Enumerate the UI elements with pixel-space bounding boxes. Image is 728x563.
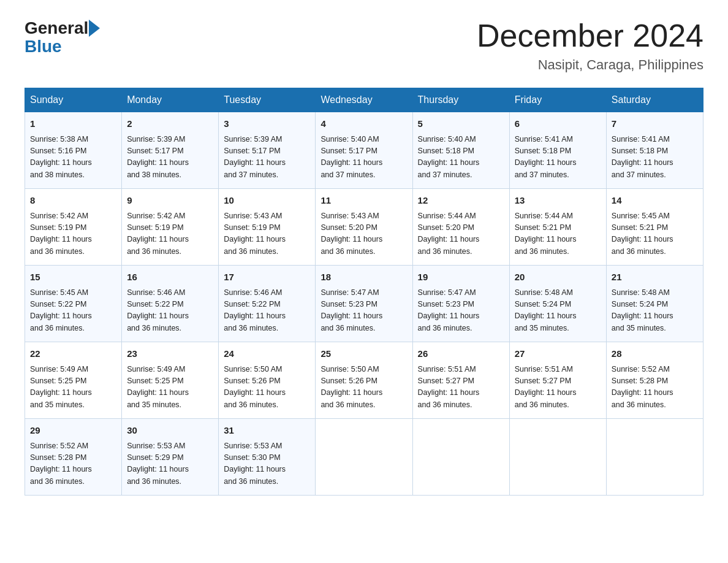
day-number: 15 <box>30 270 116 285</box>
day-number: 18 <box>320 270 407 285</box>
location-subtitle: Nasipit, Caraga, Philippines <box>477 57 703 73</box>
day-info: Sunrise: 5:48 AMSunset: 5:24 PMDaylight:… <box>515 287 601 335</box>
calendar-table: SundayMondayTuesdayWednesdayThursdayFrid… <box>25 88 703 496</box>
col-header-thursday: Thursday <box>412 88 509 112</box>
day-number: 26 <box>418 347 504 361</box>
day-info: Sunrise: 5:52 AMSunset: 5:28 PMDaylight:… <box>30 440 116 488</box>
calendar-cell: 13Sunrise: 5:44 AMSunset: 5:21 PMDayligh… <box>509 189 606 266</box>
col-header-monday: Monday <box>122 88 219 112</box>
day-number: 7 <box>612 117 698 131</box>
day-number: 17 <box>224 270 310 285</box>
day-info: Sunrise: 5:51 AMSunset: 5:27 PMDaylight:… <box>515 364 601 412</box>
col-header-sunday: Sunday <box>25 88 122 112</box>
calendar-cell: 3Sunrise: 5:39 AMSunset: 5:17 PMDaylight… <box>219 112 316 189</box>
day-number: 10 <box>224 194 310 208</box>
calendar-cell: 12Sunrise: 5:44 AMSunset: 5:20 PMDayligh… <box>412 189 509 266</box>
day-info: Sunrise: 5:46 AMSunset: 5:22 PMDaylight:… <box>127 287 213 335</box>
calendar-week-row: 22Sunrise: 5:49 AMSunset: 5:25 PMDayligh… <box>25 342 703 419</box>
calendar-cell: 22Sunrise: 5:49 AMSunset: 5:25 PMDayligh… <box>25 342 122 419</box>
day-info: Sunrise: 5:44 AMSunset: 5:20 PMDaylight:… <box>418 210 504 258</box>
calendar-cell: 25Sunrise: 5:50 AMSunset: 5:26 PMDayligh… <box>316 342 412 419</box>
month-title: December 2024 <box>477 18 703 53</box>
day-number: 9 <box>127 194 213 208</box>
calendar-cell: 14Sunrise: 5:45 AMSunset: 5:21 PMDayligh… <box>606 189 703 266</box>
day-info: Sunrise: 5:46 AMSunset: 5:22 PMDaylight:… <box>224 287 310 335</box>
day-info: Sunrise: 5:43 AMSunset: 5:20 PMDaylight:… <box>320 210 407 258</box>
calendar-cell <box>412 419 509 496</box>
calendar-week-row: 1Sunrise: 5:38 AMSunset: 5:16 PMDaylight… <box>25 112 703 189</box>
calendar-cell: 24Sunrise: 5:50 AMSunset: 5:26 PMDayligh… <box>219 342 316 419</box>
calendar-week-row: 29Sunrise: 5:52 AMSunset: 5:28 PMDayligh… <box>25 419 703 496</box>
calendar-week-row: 8Sunrise: 5:42 AMSunset: 5:19 PMDaylight… <box>25 189 703 266</box>
calendar-cell <box>509 419 606 496</box>
logo-line2: Blue <box>25 36 62 56</box>
calendar-cell: 7Sunrise: 5:41 AMSunset: 5:18 PMDaylight… <box>606 112 703 189</box>
day-info: Sunrise: 5:42 AMSunset: 5:19 PMDaylight:… <box>127 210 213 258</box>
calendar-cell: 26Sunrise: 5:51 AMSunset: 5:27 PMDayligh… <box>412 342 509 419</box>
page-header: General Blue December 2024 Nasipit, Cara… <box>25 18 703 73</box>
day-info: Sunrise: 5:53 AMSunset: 5:29 PMDaylight:… <box>127 440 213 488</box>
calendar-cell: 9Sunrise: 5:42 AMSunset: 5:19 PMDaylight… <box>122 189 219 266</box>
day-number: 16 <box>127 270 213 285</box>
day-info: Sunrise: 5:41 AMSunset: 5:18 PMDaylight:… <box>612 134 698 182</box>
day-info: Sunrise: 5:44 AMSunset: 5:21 PMDaylight:… <box>515 210 601 258</box>
day-number: 11 <box>320 194 407 208</box>
calendar-cell: 18Sunrise: 5:47 AMSunset: 5:23 PMDayligh… <box>316 266 412 342</box>
calendar-cell: 6Sunrise: 5:41 AMSunset: 5:18 PMDaylight… <box>509 112 606 189</box>
day-info: Sunrise: 5:47 AMSunset: 5:23 PMDaylight:… <box>320 287 407 335</box>
calendar-cell: 23Sunrise: 5:49 AMSunset: 5:25 PMDayligh… <box>122 342 219 419</box>
day-number: 30 <box>127 424 213 438</box>
col-header-tuesday: Tuesday <box>219 88 316 112</box>
day-number: 4 <box>320 117 407 131</box>
logo-arrow-icon <box>89 20 100 37</box>
day-number: 25 <box>320 347 407 361</box>
day-info: Sunrise: 5:40 AMSunset: 5:18 PMDaylight:… <box>418 134 504 182</box>
day-number: 21 <box>612 270 698 285</box>
day-number: 1 <box>30 117 116 131</box>
calendar-cell: 21Sunrise: 5:48 AMSunset: 5:24 PMDayligh… <box>606 266 703 342</box>
day-info: Sunrise: 5:45 AMSunset: 5:22 PMDaylight:… <box>30 287 116 335</box>
day-number: 28 <box>612 347 698 361</box>
calendar-cell <box>606 419 703 496</box>
day-info: Sunrise: 5:42 AMSunset: 5:19 PMDaylight:… <box>30 210 116 258</box>
day-info: Sunrise: 5:45 AMSunset: 5:21 PMDaylight:… <box>612 210 698 258</box>
day-number: 22 <box>30 347 116 361</box>
logo: General Blue <box>25 18 102 56</box>
day-number: 2 <box>127 117 213 131</box>
day-info: Sunrise: 5:43 AMSunset: 5:19 PMDaylight:… <box>224 210 310 258</box>
day-number: 24 <box>224 347 310 361</box>
day-number: 6 <box>515 117 601 131</box>
calendar-cell: 15Sunrise: 5:45 AMSunset: 5:22 PMDayligh… <box>25 266 122 342</box>
day-number: 14 <box>612 194 698 208</box>
col-header-friday: Friday <box>509 88 606 112</box>
calendar-cell: 4Sunrise: 5:40 AMSunset: 5:17 PMDaylight… <box>316 112 412 189</box>
day-info: Sunrise: 5:50 AMSunset: 5:26 PMDaylight:… <box>320 364 407 412</box>
calendar-cell: 1Sunrise: 5:38 AMSunset: 5:16 PMDaylight… <box>25 112 122 189</box>
calendar-cell: 28Sunrise: 5:52 AMSunset: 5:28 PMDayligh… <box>606 342 703 419</box>
title-area: December 2024 Nasipit, Caraga, Philippin… <box>477 18 703 73</box>
calendar-cell: 5Sunrise: 5:40 AMSunset: 5:18 PMDaylight… <box>412 112 509 189</box>
calendar-cell: 27Sunrise: 5:51 AMSunset: 5:27 PMDayligh… <box>509 342 606 419</box>
col-header-wednesday: Wednesday <box>316 88 412 112</box>
calendar-header-row: SundayMondayTuesdayWednesdayThursdayFrid… <box>25 88 703 112</box>
day-number: 23 <box>127 347 213 361</box>
day-info: Sunrise: 5:49 AMSunset: 5:25 PMDaylight:… <box>30 364 116 412</box>
day-info: Sunrise: 5:52 AMSunset: 5:28 PMDaylight:… <box>612 364 698 412</box>
calendar-cell: 11Sunrise: 5:43 AMSunset: 5:20 PMDayligh… <box>316 189 412 266</box>
day-number: 31 <box>224 424 310 438</box>
day-number: 8 <box>30 194 116 208</box>
calendar-cell: 10Sunrise: 5:43 AMSunset: 5:19 PMDayligh… <box>219 189 316 266</box>
calendar-cell: 20Sunrise: 5:48 AMSunset: 5:24 PMDayligh… <box>509 266 606 342</box>
calendar-cell: 16Sunrise: 5:46 AMSunset: 5:22 PMDayligh… <box>122 266 219 342</box>
day-info: Sunrise: 5:39 AMSunset: 5:17 PMDaylight:… <box>127 134 213 182</box>
calendar-week-row: 15Sunrise: 5:45 AMSunset: 5:22 PMDayligh… <box>25 266 703 342</box>
day-number: 27 <box>515 347 601 361</box>
day-info: Sunrise: 5:49 AMSunset: 5:25 PMDaylight:… <box>127 364 213 412</box>
day-info: Sunrise: 5:53 AMSunset: 5:30 PMDaylight:… <box>224 440 310 488</box>
calendar-cell: 29Sunrise: 5:52 AMSunset: 5:28 PMDayligh… <box>25 419 122 496</box>
day-number: 12 <box>418 194 504 208</box>
day-number: 3 <box>224 117 310 131</box>
calendar-cell <box>316 419 412 496</box>
calendar-cell: 30Sunrise: 5:53 AMSunset: 5:29 PMDayligh… <box>122 419 219 496</box>
calendar-cell: 19Sunrise: 5:47 AMSunset: 5:23 PMDayligh… <box>412 266 509 342</box>
